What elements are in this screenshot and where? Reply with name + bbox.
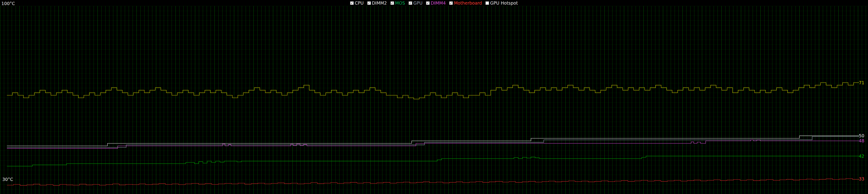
series-line-cpu [7, 83, 859, 99]
temperature-monitor-window: ✓CPU✓DIMM2✓MOS✓GPU✓DIMM4✓MotherboardGPU … [0, 0, 868, 194]
motherboard-checkbox[interactable]: ✓ [450, 1, 453, 5]
legend-item-cpu[interactable]: ✓CPU [350, 0, 364, 5]
series-line-motherboard [7, 178, 859, 186]
gpu-checkbox[interactable]: ✓ [409, 1, 412, 5]
legend-label: GPU [413, 0, 423, 5]
legend-label: MOS [395, 0, 405, 5]
legend-label: CPU [355, 0, 364, 5]
current-value-cpu: 71 [859, 80, 864, 85]
legend-item-gpu[interactable]: ✓GPU [409, 0, 423, 5]
current-value-mos: 42 [859, 154, 864, 159]
legend-label: GPU Hotspot [490, 0, 518, 5]
dimm4-checkbox[interactable]: ✓ [426, 1, 430, 5]
legend-label: DIMM2 [372, 0, 387, 5]
mos-checkbox[interactable]: ✓ [391, 1, 394, 5]
series-line-dimm4 [7, 140, 859, 148]
cpu-checkbox[interactable]: ✓ [350, 1, 354, 5]
legend-item-gpu-hotspot[interactable]: GPU Hotspot [486, 0, 518, 5]
gpu-hotspot-checkbox[interactable] [486, 1, 489, 5]
y-axis-min-label: 30°C [2, 177, 13, 182]
dimm2-checkbox[interactable]: ✓ [367, 1, 371, 5]
legend: ✓CPU✓DIMM2✓MOS✓GPU✓DIMM4✓MotherboardGPU … [350, 0, 518, 5]
legend-item-motherboard[interactable]: ✓Motherboard [450, 0, 482, 5]
current-value-motherboard: 33 [859, 176, 864, 182]
legend-item-dimm2[interactable]: ✓DIMM2 [367, 0, 387, 5]
chart-canvas [0, 0, 868, 194]
legend-item-dimm4[interactable]: ✓DIMM4 [426, 0, 446, 5]
legend-label: DIMM4 [431, 0, 446, 5]
y-axis-max-label: 100°C [1, 1, 15, 6]
legend-label: Motherboard [454, 0, 482, 5]
current-value-dimm4: 48 [859, 138, 864, 143]
series-line-mos [7, 156, 859, 166]
current-value-dimm2: 50 [859, 133, 864, 138]
legend-item-mos[interactable]: ✓MOS [391, 0, 405, 5]
